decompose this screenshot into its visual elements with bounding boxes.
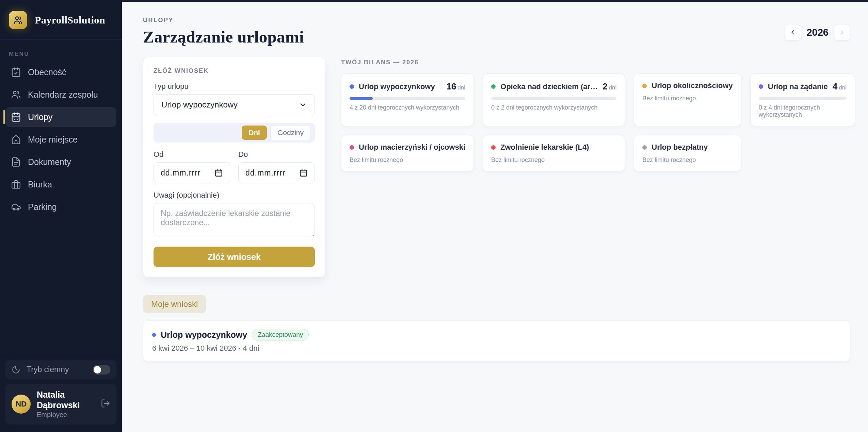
sidebar-nav: Obecność Kalendarz zespołu Urlopy Moje m…: [0, 62, 122, 354]
from-field-group: Od dd.mm.rrrr: [154, 143, 230, 183]
dark-mode-row: Tryb ciemny: [5, 360, 116, 379]
leave-type-dot: [642, 145, 647, 150]
sidebar: PayrollSolution MENU Obecność Kalendarz …: [0, 0, 122, 432]
balance-card-urlop-macierzynski: Urlop macierzyński / ojcowski Bez limitu…: [341, 135, 474, 171]
logout-button[interactable]: [101, 399, 110, 410]
submit-request-button[interactable]: Złóż wniosek: [154, 247, 315, 267]
balance-card-caption: 4 z 20 dni tegorocznych wykorzystanych: [350, 104, 465, 111]
balance-card-urlop-wypoczynkowy: Urlop wypoczynkowy 16dni 4 z 20 dni tego…: [341, 73, 474, 126]
leave-type-dot: [491, 84, 496, 89]
user-profile[interactable]: ND Natalia Dąbrowski Employee: [5, 384, 116, 425]
balance-card-caption: Bez limitu rocznego: [491, 156, 616, 164]
balance-progress-bar: [759, 97, 847, 100]
next-year-button[interactable]: [834, 24, 850, 40]
tab-moje-wnioski[interactable]: Moje wnioski: [143, 295, 206, 313]
file-text-icon: [11, 157, 21, 167]
toggle-knob: [94, 366, 101, 373]
avatar: ND: [12, 395, 31, 414]
sidebar-item-label: Dokumenty: [28, 157, 71, 167]
to-date-input[interactable]: dd.mm.rrrr: [238, 162, 315, 183]
balance-card-caption: Bez limitu rocznego: [350, 156, 465, 164]
sidebar-item-kalendarz-zespolu[interactable]: Kalendarz zespołu: [5, 85, 116, 104]
balance-card-name: Opieka nad dzieckiem (ar…: [500, 82, 598, 91]
unit-toggle-row: Dni Godziny: [154, 123, 315, 143]
notes-textarea[interactable]: [154, 203, 315, 236]
type-label: Typ urlopu: [154, 82, 315, 91]
chevron-left-icon: [789, 29, 796, 36]
sidebar-item-biurka[interactable]: Biurka: [5, 175, 116, 194]
sidebar-item-label: Moje miejsce: [28, 135, 78, 145]
leave-type-dot: [491, 145, 496, 150]
user-name: Natalia Dąbrowski: [37, 389, 95, 411]
dark-mode-label: Tryb ciemny: [27, 365, 86, 374]
calendar-icon[interactable]: [299, 168, 308, 177]
unit-days-button[interactable]: Dni: [242, 126, 267, 140]
balance-card-urlop-bezplatny: Urlop bezpłatny Bez limitu rocznego: [634, 135, 741, 171]
page-title: Zarządzanie urlopami: [143, 27, 304, 47]
calendar-days-icon: [11, 112, 21, 122]
moon-icon: [12, 365, 20, 374]
leave-type-dot: [759, 84, 763, 89]
from-date-input[interactable]: dd.mm.rrrr: [154, 162, 230, 183]
dark-mode-toggle[interactable]: [93, 365, 110, 375]
balance-cards-grid: Urlop wypoczynkowy 16dni 4 z 20 dni tego…: [341, 73, 855, 171]
year-navigator: 2026: [785, 24, 850, 40]
leave-type-value: Urlop wypoczynkowy: [161, 100, 299, 110]
progress-fill: [350, 97, 373, 100]
calendar-check-icon: [11, 67, 21, 77]
sidebar-item-label: Obecność: [28, 67, 66, 77]
balance-card-value: 4dni: [833, 81, 847, 92]
user-role: Employee: [37, 411, 95, 419]
request-type: Urlop wypoczynkowy: [161, 330, 247, 340]
app-logo-icon: [9, 11, 27, 29]
balance-card-value: 2dni: [602, 81, 616, 92]
sidebar-item-label: Urlopy: [28, 112, 52, 122]
leave-type-dot: [350, 145, 354, 150]
app-title: PayrollSolution: [35, 14, 105, 26]
sidebar-item-moje-miejsce[interactable]: Moje miejsce: [5, 130, 116, 149]
balance-card-urlop-okolicznosciowy: Urlop okolicznościowy Bez limitu roczneg…: [634, 73, 741, 126]
page-heading: URLOPY Zarządzanie urlopami: [143, 17, 304, 47]
app-window: PayrollSolution MENU Obecność Kalendarz …: [0, 0, 868, 432]
request-list-item[interactable]: Urlop wypoczynkowy Zaakceptowany 6 kwi 2…: [143, 320, 850, 361]
balance-card-urlop-na-zadanie: Urlop na żądanie 4dni 0 z 4 dni tegorocz…: [750, 73, 855, 126]
balance-card-caption: 0 z 4 dni tegorocznych wykorzystanych: [759, 104, 847, 118]
user-meta: Natalia Dąbrowski Employee: [37, 389, 95, 419]
sidebar-bottom: Tryb ciemny ND Natalia Dąbrowski Employe…: [0, 354, 122, 432]
balance-card-name: Urlop na żądanie: [768, 82, 828, 91]
balance-card-opieka-nad-dzieckiem: Opieka nad dzieckiem (ar… 2dni 0 z 2 dni…: [483, 73, 625, 126]
balance-card-name: Urlop bezpłatny: [652, 143, 733, 152]
main-content: URLOPY Zarządzanie urlopami 2026 ZŁÓŻ WN…: [122, 0, 868, 432]
chevron-right-icon: [839, 29, 846, 36]
content-row: ZŁÓŻ WNIOSEK Typ urlopu Urlop wypoczynko…: [143, 57, 850, 278]
notes-label: Uwagi (opcjonalnie): [154, 191, 315, 200]
balance-card-name: Urlop macierzyński / ojcowski: [359, 143, 465, 152]
from-date-placeholder: dd.mm.rrrr: [161, 168, 214, 178]
sidebar-item-label: Parking: [28, 202, 57, 212]
home-icon: [11, 134, 21, 145]
balance-card-caption: 0 z 2 dni tegorocznych wykorzystanych: [491, 104, 616, 111]
to-date-placeholder: dd.mm.rrrr: [245, 168, 299, 178]
leave-type-dot: [642, 84, 647, 88]
sidebar-item-urlopy[interactable]: Urlopy: [5, 107, 116, 127]
calendar-icon[interactable]: [214, 168, 223, 177]
menu-section-label: MENU: [0, 40, 122, 62]
sidebar-item-label: Biurka: [28, 180, 52, 189]
balance-card-zwolnienie-lekarskie: Zwolnienie lekarskie (L4) Bez limitu roc…: [483, 135, 625, 171]
prev-year-button[interactable]: [785, 24, 801, 40]
balance-card-caption: Bez limitu rocznego: [642, 95, 733, 102]
car-icon: [11, 202, 21, 212]
date-range-fields: Od dd.mm.rrrr Do dd.mm.rrrr: [154, 143, 315, 183]
to-field-group: Do dd.mm.rrrr: [238, 143, 315, 183]
balance-section: TWÓJ BILANS — 2026 Urlop wypoczynkowy 16…: [341, 57, 855, 171]
requests-tabs: Moje wnioski: [143, 295, 850, 313]
leave-type-select[interactable]: Urlop wypoczynkowy: [154, 94, 315, 115]
leave-type-dot: [152, 333, 156, 337]
to-label: Do: [238, 150, 315, 159]
sidebar-item-parking[interactable]: Parking: [5, 197, 116, 217]
unit-hours-button[interactable]: Godziny: [270, 125, 311, 140]
leave-type-dot: [350, 84, 354, 89]
year-label: 2026: [806, 27, 829, 38]
sidebar-item-dokumenty[interactable]: Dokumenty: [5, 152, 116, 172]
sidebar-item-obecnosc[interactable]: Obecność: [5, 62, 116, 82]
